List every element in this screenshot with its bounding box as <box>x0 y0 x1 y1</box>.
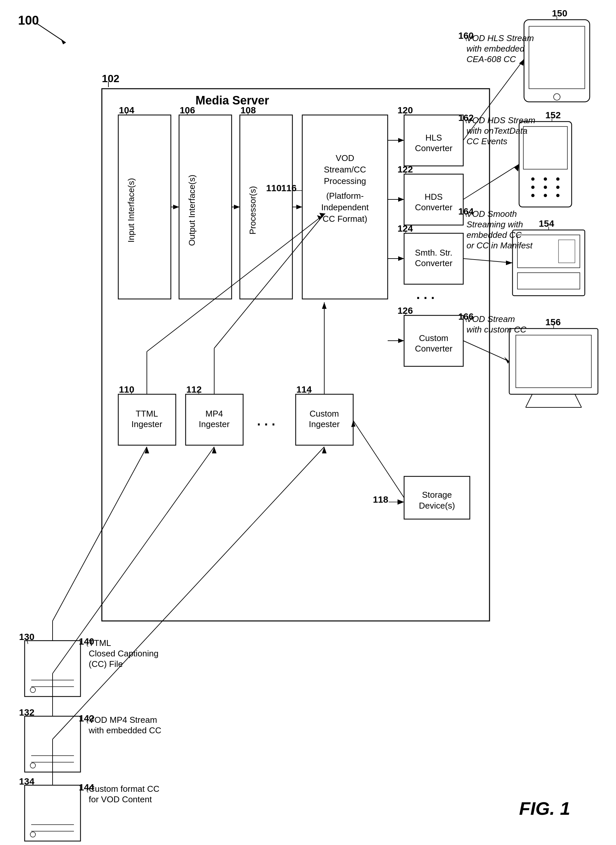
svg-rect-133 <box>524 126 568 169</box>
svg-marker-191 <box>234 205 240 209</box>
svg-point-139 <box>556 186 559 189</box>
svg-marker-72 <box>397 499 404 505</box>
svg-text:Converter: Converter <box>415 258 452 268</box>
svg-text:132: 132 <box>19 707 35 717</box>
svg-text:Processor(s): Processor(s) <box>248 186 258 234</box>
svg-line-161 <box>463 164 519 200</box>
svg-text:MP4: MP4 <box>205 409 223 418</box>
svg-text:Ingester: Ingester <box>199 419 230 429</box>
svg-line-74 <box>147 214 325 352</box>
svg-text:Processing: Processing <box>324 176 366 186</box>
svg-text:Stream/CC: Stream/CC <box>324 164 366 175</box>
svg-text:112: 112 <box>186 384 202 395</box>
svg-text:110: 110 <box>119 384 134 395</box>
svg-rect-151 <box>509 329 598 394</box>
svg-point-129 <box>554 94 560 100</box>
svg-marker-82 <box>398 138 404 142</box>
svg-text:CEA-608 CC: CEA-608 CC <box>466 54 516 64</box>
svg-text:114: 114 <box>296 384 312 395</box>
svg-point-141 <box>544 194 547 197</box>
svg-text:Smth. Str.: Smth. Str. <box>415 248 452 258</box>
svg-text:VOD HDS Stream: VOD HDS Stream <box>466 115 535 125</box>
svg-marker-189 <box>173 205 179 209</box>
svg-text:144: 144 <box>79 782 94 792</box>
svg-text:Device(s): Device(s) <box>419 501 455 511</box>
svg-marker-123 <box>212 447 217 453</box>
svg-text:VOD Smooth: VOD Smooth <box>466 209 517 219</box>
svg-text:Output Interface(s): Output Interface(s) <box>187 175 197 246</box>
svg-rect-148 <box>559 240 575 263</box>
svg-text:156: 156 <box>546 317 561 327</box>
svg-text:FIG. 1: FIG. 1 <box>519 798 571 819</box>
svg-text:150: 150 <box>552 8 568 18</box>
svg-text:Storage: Storage <box>422 490 452 500</box>
svg-line-194 <box>353 421 404 498</box>
svg-rect-5 <box>102 89 490 621</box>
svg-text:VOD Stream: VOD Stream <box>466 314 515 324</box>
svg-text:CC Events: CC Events <box>466 136 507 146</box>
svg-line-154 <box>526 394 532 407</box>
main-diagram-svg: 100 102 Media Server Input Interface(s) … <box>0 0 616 845</box>
svg-text:with embedded CC: with embedded CC <box>88 725 161 735</box>
svg-text:Custom: Custom <box>309 409 339 418</box>
svg-text:or CC in Manifest: or CC in Manifest <box>466 241 533 250</box>
svg-text:Independent: Independent <box>321 202 369 212</box>
svg-text:102: 102 <box>102 73 119 84</box>
svg-text:HLS: HLS <box>425 133 442 142</box>
svg-text:Media Server: Media Server <box>195 94 269 107</box>
svg-text:. . .: . . . <box>257 414 275 428</box>
svg-text:152: 152 <box>546 110 561 120</box>
svg-text:100: 100 <box>18 13 39 27</box>
svg-text:VOD MP4 Stream: VOD MP4 Stream <box>89 715 157 725</box>
svg-point-103 <box>30 832 35 837</box>
svg-text:(Platform-: (Platform- <box>326 191 364 201</box>
svg-point-138 <box>544 186 547 189</box>
svg-marker-88 <box>398 338 404 343</box>
svg-point-140 <box>531 194 534 197</box>
svg-text:VOD: VOD <box>336 153 354 163</box>
svg-marker-80 <box>322 302 327 309</box>
svg-text:142: 142 <box>79 713 94 723</box>
diagram-container: 100 102 Media Server Input Interface(s) … <box>0 0 616 845</box>
svg-rect-100 <box>25 785 81 841</box>
svg-text:Converter: Converter <box>415 143 452 153</box>
svg-text:130: 130 <box>19 632 35 642</box>
svg-marker-126 <box>322 447 327 453</box>
svg-line-125 <box>53 447 324 739</box>
svg-text:Custom: Custom <box>419 333 449 343</box>
svg-marker-84 <box>398 197 404 202</box>
svg-point-135 <box>544 178 547 181</box>
svg-text:118: 118 <box>373 494 388 505</box>
svg-text:110: 110 <box>266 183 282 193</box>
svg-point-137 <box>531 186 534 189</box>
svg-text:(CC) File: (CC) File <box>89 659 123 669</box>
svg-text:Custom format CC: Custom format CC <box>89 784 159 794</box>
svg-point-136 <box>556 178 559 181</box>
svg-text:embedded CC: embedded CC <box>466 230 522 240</box>
svg-rect-147 <box>518 273 580 289</box>
svg-text:CC Format): CC Format) <box>323 214 367 224</box>
svg-rect-152 <box>516 335 591 388</box>
svg-text:120: 120 <box>397 105 413 115</box>
svg-point-98 <box>30 763 35 768</box>
svg-marker-166 <box>504 357 509 364</box>
svg-text:126: 126 <box>397 305 413 316</box>
svg-text:122: 122 <box>397 164 413 175</box>
svg-text:. . .: . . . <box>416 287 435 302</box>
svg-text:Streaming with: Streaming with <box>466 220 523 229</box>
svg-marker-162 <box>514 164 519 172</box>
svg-marker-164 <box>506 261 512 265</box>
svg-text:116: 116 <box>281 183 297 193</box>
svg-point-92 <box>30 687 35 692</box>
svg-text:124: 124 <box>397 223 413 233</box>
svg-text:Converter: Converter <box>415 202 452 212</box>
svg-marker-2 <box>61 39 66 44</box>
svg-text:with onTextData: with onTextData <box>466 126 527 136</box>
svg-line-119 <box>53 447 147 621</box>
svg-text:Input Interface(s): Input Interface(s) <box>126 178 136 243</box>
svg-line-163 <box>463 258 512 263</box>
svg-rect-127 <box>524 20 590 102</box>
svg-text:with embedded: with embedded <box>466 44 525 54</box>
svg-line-77 <box>214 217 322 348</box>
svg-text:Ingester: Ingester <box>131 419 162 429</box>
